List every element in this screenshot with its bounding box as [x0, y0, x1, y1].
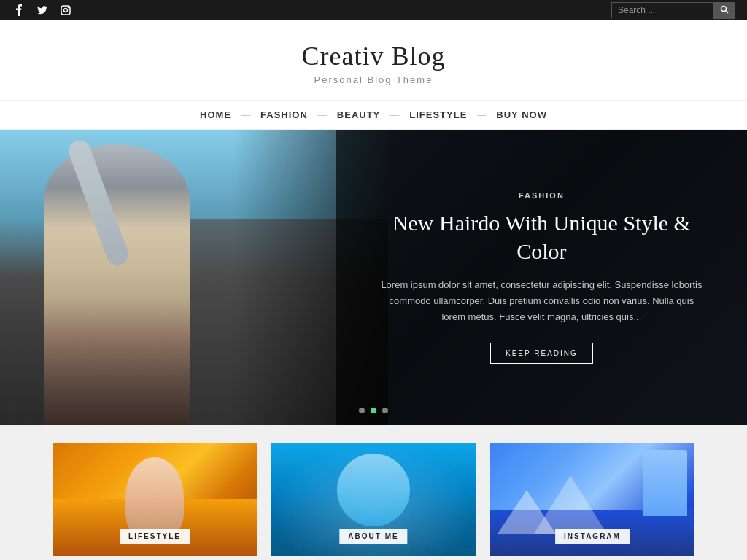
facebook-icon[interactable]: [12, 3, 26, 18]
slider-dots: [359, 408, 388, 413]
svg-line-4: [726, 10, 729, 13]
search-button[interactable]: [713, 2, 735, 19]
site-subtitle: Personal Blog Theme: [0, 74, 747, 85]
top-bar: [0, 0, 747, 20]
site-header: Creativ Blog Personal Blog Theme: [0, 20, 747, 100]
svg-point-3: [721, 6, 727, 11]
cards-section: LIFESTYLE ABOUT ME INSTAGRAM: [0, 425, 747, 560]
nav-home[interactable]: HOME: [190, 109, 241, 120]
instagram-icon[interactable]: [58, 3, 73, 18]
card-lifestyle-label: LIFESTYLE: [120, 529, 190, 544]
nav-sep-3: —: [390, 109, 399, 120]
hero-content: FASHION New Hairdo With Unique Style & C…: [336, 130, 747, 425]
hero-category: FASHION: [519, 191, 565, 200]
nav-lifestyle[interactable]: LIFESTYLE: [399, 109, 477, 120]
search-input[interactable]: [611, 2, 713, 18]
twitter-icon[interactable]: [35, 3, 50, 18]
hero-image: [0, 130, 388, 425]
main-nav: HOME — FASHION — BEAUTY — LIFESTYLE — BU…: [0, 100, 747, 130]
svg-point-2: [68, 7, 69, 9]
svg-rect-0: [61, 6, 70, 15]
nav-sep-2: —: [318, 109, 327, 120]
card-aboutme[interactable]: ABOUT ME: [271, 443, 476, 556]
card-instagram-label: INSTAGRAM: [555, 529, 630, 544]
hero-slider: FASHION New Hairdo With Unique Style & C…: [0, 130, 747, 425]
card-instagram[interactable]: INSTAGRAM: [490, 443, 694, 556]
svg-point-1: [64, 9, 68, 12]
hero-title: New Hairdo With Unique Style & Color: [380, 209, 703, 265]
nav-beauty[interactable]: BEAUTY: [327, 109, 390, 120]
nav-buy-now[interactable]: BUY NOW: [486, 109, 557, 120]
slider-dot-3[interactable]: [382, 408, 388, 413]
card-aboutme-label: ABOUT ME: [339, 529, 407, 544]
card-lifestyle[interactable]: LIFESTYLE: [53, 443, 257, 556]
search-bar: [611, 2, 735, 19]
site-title: Creativ Blog: [0, 41, 747, 71]
slider-dot-2[interactable]: [371, 408, 376, 413]
hero-description: Lorem ipsum dolor sit amet, consectetur …: [380, 277, 703, 325]
nav-sep-1: —: [241, 109, 250, 120]
nav-fashion[interactable]: FASHION: [250, 109, 318, 120]
nav-sep-4: —: [477, 109, 486, 120]
slider-dot-1[interactable]: [359, 408, 365, 413]
social-icons: [12, 3, 73, 18]
hero-person: [44, 144, 190, 425]
hero-keep-reading-button[interactable]: KEEP READING: [490, 343, 593, 364]
